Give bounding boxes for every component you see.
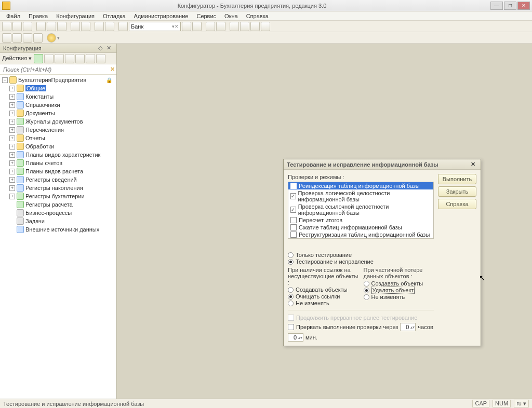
menu-edit[interactable]: Правка	[25, 12, 51, 20]
radio-test-only[interactable]	[288, 252, 294, 258]
toolbar-copy-icon[interactable]	[47, 22, 56, 31]
actions-edit-icon[interactable]	[44, 54, 54, 63]
toolbar-paste-icon[interactable]	[57, 22, 66, 31]
hours-input[interactable]: 0▴▾	[400, 323, 416, 331]
missing-ref-radio[interactable]	[288, 287, 294, 293]
tree-item[interactable]: Регистры расчета	[0, 200, 116, 209]
check-item[interactable]: Проверка ссылочной целостности информаци…	[288, 203, 433, 216]
menu-configuration[interactable]: Конфигурация	[53, 12, 98, 20]
expand-icon[interactable]: +	[9, 194, 15, 199]
mins-input[interactable]: 0▴▾	[288, 333, 303, 342]
actions-menu[interactable]: Действия ▾	[2, 55, 32, 62]
toolbar-new-icon[interactable]	[2, 22, 11, 31]
expand-icon[interactable]: +	[9, 135, 15, 141]
tb2-run-icon[interactable]	[47, 33, 56, 43]
tree-item[interactable]: +Отчеты	[0, 134, 116, 142]
partial-loss-radio[interactable]	[364, 294, 369, 300]
tree-item[interactable]: +Константы	[0, 92, 116, 101]
config-search-input[interactable]	[0, 66, 108, 73]
menu-service[interactable]: Сервис	[193, 12, 219, 20]
tb2-icon-4[interactable]	[33, 33, 43, 43]
check-item[interactable]: Реструктуризация таблиц информационной б…	[288, 231, 433, 238]
tree-item[interactable]: Бизнес-процессы	[0, 209, 116, 217]
toolbar-search-icon[interactable]	[118, 22, 128, 31]
toolbar-search-combo[interactable]: Банк ▾✕	[129, 22, 181, 31]
actions-props-icon[interactable]	[55, 54, 64, 63]
actions-delete-icon[interactable]	[65, 54, 74, 63]
check-item[interactable]: Проверка логической целостности информац…	[288, 189, 433, 203]
tree-collapse-icon[interactable]: −	[2, 77, 8, 83]
tree-item[interactable]: +Справочники	[0, 101, 116, 109]
expand-icon[interactable]: +	[9, 177, 15, 183]
dialog-close-icon[interactable]: ✕	[469, 161, 477, 168]
tree-item[interactable]: Внешние источники данных	[0, 225, 116, 234]
expand-icon[interactable]: +	[9, 102, 15, 108]
toolbar-bookmark2-icon[interactable]	[216, 22, 225, 31]
menu-file[interactable]: Файл	[3, 12, 23, 20]
expand-icon[interactable]: +	[9, 94, 15, 100]
check-item-checkbox[interactable]	[290, 193, 296, 199]
check-item-checkbox[interactable]	[290, 224, 297, 230]
minimize-button[interactable]: —	[490, 2, 503, 10]
combo-clear-icon[interactable]: ▾✕	[172, 24, 179, 29]
check-item-checkbox[interactable]	[290, 183, 297, 189]
toolbar-save-icon[interactable]	[23, 22, 32, 31]
expand-icon[interactable]: +	[9, 111, 15, 116]
status-lang[interactable]: ru ▾	[514, 400, 529, 407]
toolbar-redo-icon[interactable]	[105, 22, 114, 31]
expand-icon[interactable]: +	[9, 152, 15, 158]
expand-icon[interactable]: +	[9, 169, 15, 174]
tree-item[interactable]: Задачи	[0, 217, 116, 225]
config-tree[interactable]: − БухгалтерияПредприятия 🔒 +Общие+Конста…	[0, 75, 116, 399]
expand-icon[interactable]: +	[9, 119, 15, 125]
actions-add-icon[interactable]	[34, 54, 43, 63]
menu-administration[interactable]: Администрирование	[131, 12, 192, 20]
partial-loss-radio[interactable]	[364, 281, 369, 287]
tb2-icon-1[interactable]	[2, 33, 11, 43]
tb2-icon-2[interactable]	[12, 33, 22, 43]
partial-loss-radio[interactable]	[364, 288, 369, 293]
check-item[interactable]: Реиндексация таблиц информационной базы	[288, 182, 433, 189]
toolbar-open-icon[interactable]	[12, 22, 22, 31]
menu-help[interactable]: Справка	[243, 12, 272, 20]
tree-item[interactable]: +Перечисления	[0, 126, 116, 134]
close-dialog-button[interactable]: Закрыть	[438, 186, 476, 197]
toolbar-undo-icon[interactable]	[95, 22, 104, 31]
tree-item[interactable]: +Регистры накопления	[0, 184, 116, 192]
check-item-checkbox[interactable]	[290, 217, 297, 223]
toolbar-next-icon[interactable]	[192, 22, 202, 31]
expand-icon[interactable]: +	[9, 185, 15, 191]
tree-item[interactable]: +Планы видов расчета	[0, 167, 116, 175]
actions-sort-icon[interactable]	[96, 54, 105, 63]
tb2-icon-3[interactable]	[23, 33, 32, 43]
toolbar-refresh-icon[interactable]	[182, 22, 191, 31]
config-search-clear-icon[interactable]: ✕	[108, 66, 116, 73]
config-panel-close-icon[interactable]: ✕	[104, 45, 113, 51]
help-button[interactable]: Справка	[438, 199, 476, 209]
toolbar-dots-icon[interactable]	[250, 22, 260, 31]
expand-icon[interactable]: +	[9, 160, 15, 166]
actions-down-icon[interactable]	[86, 54, 95, 63]
maximize-button[interactable]: □	[504, 2, 516, 10]
toolbar-bookmark-icon[interactable]	[206, 22, 215, 31]
toolbar-flag-icon[interactable]	[230, 22, 239, 31]
execute-button[interactable]: Выполнить	[438, 174, 476, 184]
tree-root-label[interactable]: БухгалтерияПредприятия	[18, 77, 86, 83]
missing-ref-radio[interactable]	[288, 301, 294, 306]
check-item-checkbox[interactable]	[290, 207, 296, 213]
missing-ref-radio[interactable]	[288, 294, 294, 300]
check-item-checkbox[interactable]	[290, 232, 297, 238]
check-item[interactable]: Сжатие таблиц информационной базы	[288, 224, 433, 231]
toolbar-cut-icon[interactable]	[36, 22, 46, 31]
menu-windows[interactable]: Окна	[221, 12, 241, 20]
toolbar-help-icon[interactable]	[261, 22, 270, 31]
tree-item[interactable]: +Общие	[0, 84, 116, 92]
radio-test-and-fix[interactable]	[288, 259, 294, 265]
config-panel-pin-icon[interactable]: ◇	[96, 45, 104, 51]
tree-item[interactable]: +Регистры бухгалтерии	[0, 192, 116, 200]
toolbar-print-icon[interactable]	[71, 22, 80, 31]
toolbar-compare-icon[interactable]	[81, 22, 90, 31]
tree-item[interactable]: +Документы	[0, 109, 116, 117]
expand-icon[interactable]: +	[9, 144, 15, 149]
expand-icon[interactable]: +	[9, 127, 15, 133]
